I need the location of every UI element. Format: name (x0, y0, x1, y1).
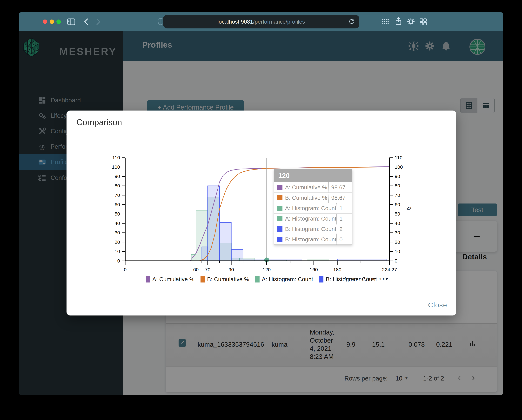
svg-text:20: 20 (395, 240, 400, 245)
legend-item[interactable]: A: Histogram: Count (255, 276, 313, 283)
tooltip-row: A: Histogram: Count 1 (274, 213, 352, 224)
series-swatch (277, 206, 283, 211)
series-swatch (277, 195, 283, 200)
share-icon[interactable] (394, 17, 402, 26)
svg-text:40: 40 (395, 221, 400, 226)
svg-text:180: 180 (333, 267, 341, 272)
legend-swatch (200, 276, 205, 283)
svg-text:30: 30 (395, 230, 400, 235)
svg-text:110: 110 (395, 155, 402, 160)
url-host: localhost:9081 (217, 19, 253, 25)
svg-text:0: 0 (124, 267, 127, 272)
comparison-modal: Comparison 00101020203030404050506060707… (67, 111, 456, 315)
svg-text:160: 160 (310, 267, 318, 272)
series-swatch (277, 216, 283, 221)
svg-text:90: 90 (395, 174, 400, 179)
svg-text:60: 60 (193, 267, 199, 272)
new-tab-icon[interactable] (431, 18, 439, 26)
svg-text:50: 50 (115, 211, 120, 217)
svg-text:60: 60 (395, 202, 400, 207)
svg-text:110: 110 (112, 155, 120, 160)
svg-text:100: 100 (112, 164, 120, 170)
tooltip-row: B: Histogram: Count 2 (274, 224, 352, 234)
svg-text:0: 0 (395, 258, 398, 263)
tooltip-row: A: Histogram: Count 1 (274, 203, 352, 213)
svg-text:40: 40 (115, 221, 120, 226)
tooltip-row: B: Histogram: Count 0 (274, 234, 352, 244)
zoom-traffic-light[interactable] (56, 20, 61, 24)
series-swatch (277, 226, 283, 232)
address-bar[interactable]: localhost:9081/performance/profiles (163, 15, 359, 29)
svg-text:%: % (405, 205, 412, 212)
svg-text:120: 120 (262, 267, 271, 272)
series-swatch (277, 185, 283, 190)
reload-icon[interactable] (348, 18, 355, 25)
svg-text:20: 20 (115, 240, 120, 245)
tab-overview-icon[interactable] (419, 18, 427, 26)
close-button[interactable]: Close (428, 301, 447, 309)
svg-text:60: 60 (115, 202, 120, 207)
svg-text:50: 50 (395, 211, 400, 217)
close-traffic-light[interactable] (43, 20, 47, 24)
browser-toolbar: localhost:9081/performance/profiles (19, 12, 503, 31)
browser-window: localhost:9081/performance/profiles (19, 12, 503, 395)
series-swatch (277, 237, 283, 242)
tooltip-row: B: Cumulative % 98.67 (274, 192, 352, 203)
svg-text:90: 90 (229, 267, 234, 272)
comparison-chart[interactable]: 0010102020303040405050606070708080909010… (67, 111, 456, 315)
legend-swatch (146, 276, 150, 283)
tooltip-header: 120 (274, 169, 352, 182)
legend-swatch (319, 276, 323, 283)
legend-item[interactable]: A: Cumulative % (146, 276, 194, 283)
svg-text:80: 80 (115, 183, 120, 188)
screenshot-root: localhost:9081/performance/profiles (0, 0, 522, 420)
tooltip-row: A: Cumulative % 98.67 (274, 182, 352, 192)
minimize-traffic-light[interactable] (50, 20, 54, 24)
back-icon[interactable] (83, 18, 91, 26)
svg-text:70: 70 (395, 192, 400, 198)
svg-text:70: 70 (115, 192, 120, 198)
settings-gear-icon[interactable] (407, 17, 415, 26)
svg-text:224.27: 224.27 (382, 267, 397, 272)
svg-text:100: 100 (395, 164, 403, 170)
svg-text:30: 30 (115, 230, 120, 235)
svg-text:90: 90 (115, 174, 120, 179)
forward-icon[interactable] (94, 18, 102, 26)
svg-text:80: 80 (395, 183, 400, 188)
chart-legend: A: Cumulative % B: Cumulative % A: Histo… (67, 274, 456, 284)
legend-swatch (255, 276, 260, 283)
svg-text:10: 10 (395, 249, 400, 254)
chart-tooltip: 120 A: Cumulative % 98.67 B: Cumulative … (274, 169, 352, 245)
legend-item[interactable]: B: Histogram: Count (319, 276, 377, 283)
legend-item[interactable]: B: Cumulative % (200, 276, 249, 283)
grid-dots-icon[interactable] (382, 18, 390, 25)
sidebar-toggle-icon[interactable] (67, 17, 76, 26)
svg-text:70: 70 (205, 267, 210, 272)
url-path: /performance/profiles (253, 19, 305, 25)
svg-text:0: 0 (117, 258, 120, 263)
svg-text:10: 10 (115, 249, 120, 254)
